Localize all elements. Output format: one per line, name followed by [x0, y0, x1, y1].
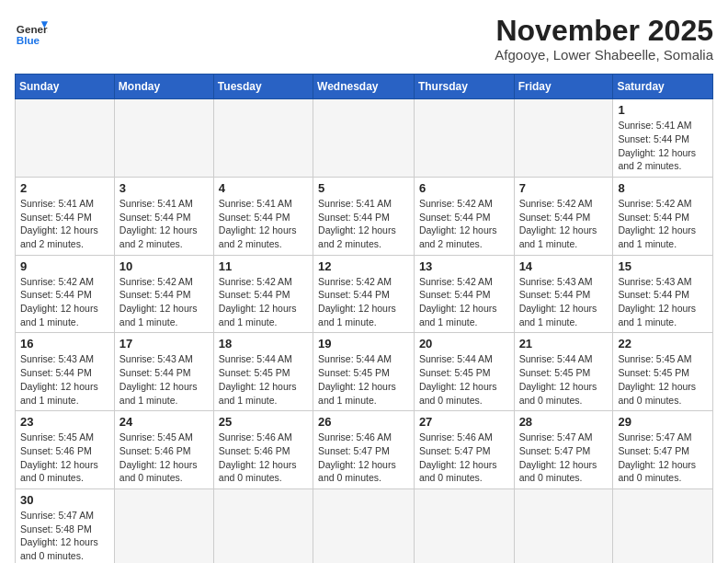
day-info: Sunrise: 5:44 AMSunset: 5:45 PMDaylight:… — [419, 352, 509, 407]
day-number: 13 — [419, 259, 509, 273]
calendar-table: SundayMondayTuesdayWednesdayThursdayFrid… — [15, 74, 713, 563]
calendar-day-cell — [213, 488, 313, 563]
calendar-day-cell — [313, 488, 415, 563]
calendar-day-cell — [613, 488, 713, 563]
calendar-day-cell: 22Sunrise: 5:45 AMSunset: 5:45 PMDayligh… — [613, 333, 713, 411]
day-number: 10 — [119, 259, 209, 273]
calendar-week-row: 30Sunrise: 5:47 AMSunset: 5:48 PMDayligh… — [16, 488, 713, 563]
calendar-day-cell: 30Sunrise: 5:47 AMSunset: 5:48 PMDayligh… — [16, 488, 115, 563]
calendar-day-cell: 24Sunrise: 5:45 AMSunset: 5:46 PMDayligh… — [114, 411, 213, 489]
day-number: 4 — [219, 181, 308, 195]
calendar-week-row: 16Sunrise: 5:43 AMSunset: 5:44 PMDayligh… — [16, 333, 713, 411]
day-info: Sunrise: 5:44 AMSunset: 5:45 PMDaylight:… — [318, 352, 409, 407]
weekday-header-tuesday: Tuesday — [213, 75, 313, 99]
calendar-day-cell: 3Sunrise: 5:41 AMSunset: 5:44 PMDaylight… — [114, 177, 213, 255]
page-header: General Blue November 2025 Afgooye, Lowe… — [15, 15, 713, 63]
day-number: 21 — [519, 337, 609, 350]
calendar-day-cell — [313, 99, 415, 178]
day-info: Sunrise: 5:46 AMSunset: 5:47 PMDaylight:… — [318, 431, 409, 485]
calendar-day-cell: 7Sunrise: 5:42 AMSunset: 5:44 PMDaylight… — [514, 177, 613, 255]
calendar-week-row: 9Sunrise: 5:42 AMSunset: 5:44 PMDaylight… — [16, 255, 713, 333]
day-info: Sunrise: 5:46 AMSunset: 5:47 PMDaylight:… — [419, 431, 509, 485]
day-number: 5 — [318, 181, 409, 195]
weekday-header-thursday: Thursday — [414, 75, 514, 99]
day-number: 24 — [119, 415, 209, 429]
calendar-day-cell: 6Sunrise: 5:42 AMSunset: 5:44 PMDaylight… — [414, 177, 514, 255]
weekday-header-wednesday: Wednesday — [313, 75, 415, 99]
calendar-day-cell: 8Sunrise: 5:42 AMSunset: 5:44 PMDaylight… — [613, 177, 713, 255]
weekday-header-monday: Monday — [114, 75, 213, 99]
day-number: 18 — [219, 337, 308, 350]
calendar-day-cell: 28Sunrise: 5:47 AMSunset: 5:47 PMDayligh… — [514, 411, 613, 489]
day-number: 27 — [419, 415, 509, 429]
day-info: Sunrise: 5:41 AMSunset: 5:44 PMDaylight:… — [20, 197, 109, 251]
day-info: Sunrise: 5:43 AMSunset: 5:44 PMDaylight:… — [119, 352, 209, 407]
day-info: Sunrise: 5:42 AMSunset: 5:44 PMDaylight:… — [219, 275, 308, 329]
day-number: 12 — [318, 259, 409, 273]
day-info: Sunrise: 5:42 AMSunset: 5:44 PMDaylight:… — [318, 275, 409, 329]
day-info: Sunrise: 5:46 AMSunset: 5:46 PMDaylight:… — [219, 431, 308, 485]
day-number: 7 — [519, 181, 609, 195]
calendar-day-cell: 5Sunrise: 5:41 AMSunset: 5:44 PMDaylight… — [313, 177, 415, 255]
calendar-day-cell: 25Sunrise: 5:46 AMSunset: 5:46 PMDayligh… — [213, 411, 313, 489]
day-info: Sunrise: 5:41 AMSunset: 5:44 PMDaylight:… — [219, 197, 308, 251]
month-title: November 2025 — [495, 15, 713, 47]
calendar-day-cell — [16, 99, 115, 178]
day-info: Sunrise: 5:42 AMSunset: 5:44 PMDaylight:… — [20, 275, 109, 329]
day-info: Sunrise: 5:42 AMSunset: 5:44 PMDaylight:… — [419, 197, 509, 251]
day-info: Sunrise: 5:45 AMSunset: 5:46 PMDaylight:… — [119, 431, 209, 485]
day-number: 28 — [519, 415, 609, 429]
day-number: 23 — [20, 415, 109, 429]
calendar-day-cell — [114, 488, 213, 563]
calendar-day-cell: 15Sunrise: 5:43 AMSunset: 5:44 PMDayligh… — [613, 255, 713, 333]
svg-text:Blue: Blue — [17, 34, 40, 46]
day-number: 1 — [618, 103, 708, 117]
day-number: 15 — [618, 259, 708, 273]
day-info: Sunrise: 5:44 AMSunset: 5:45 PMDaylight:… — [519, 352, 609, 407]
day-number: 14 — [519, 259, 609, 273]
calendar-day-cell — [414, 99, 514, 178]
calendar-day-cell: 17Sunrise: 5:43 AMSunset: 5:44 PMDayligh… — [114, 333, 213, 411]
weekday-header-row: SundayMondayTuesdayWednesdayThursdayFrid… — [16, 75, 713, 99]
weekday-header-sunday: Sunday — [16, 75, 115, 99]
day-info: Sunrise: 5:43 AMSunset: 5:44 PMDaylight:… — [519, 275, 609, 329]
day-info: Sunrise: 5:47 AMSunset: 5:47 PMDaylight:… — [519, 431, 609, 485]
calendar-day-cell — [114, 99, 213, 178]
day-number: 6 — [419, 181, 509, 195]
day-number: 11 — [219, 259, 308, 273]
title-section: November 2025 Afgooye, Lower Shabeelle, … — [495, 15, 713, 63]
day-info: Sunrise: 5:42 AMSunset: 5:44 PMDaylight:… — [519, 197, 609, 251]
calendar-week-row: 2Sunrise: 5:41 AMSunset: 5:44 PMDaylight… — [16, 177, 713, 255]
calendar-day-cell: 1Sunrise: 5:41 AMSunset: 5:44 PMDaylight… — [613, 99, 713, 178]
calendar-day-cell: 16Sunrise: 5:43 AMSunset: 5:44 PMDayligh… — [16, 333, 115, 411]
calendar-day-cell: 12Sunrise: 5:42 AMSunset: 5:44 PMDayligh… — [313, 255, 415, 333]
day-info: Sunrise: 5:42 AMSunset: 5:44 PMDaylight:… — [119, 275, 209, 329]
day-number: 8 — [618, 181, 708, 195]
calendar-day-cell: 29Sunrise: 5:47 AMSunset: 5:47 PMDayligh… — [613, 411, 713, 489]
day-number: 29 — [618, 415, 708, 429]
day-number: 17 — [119, 337, 209, 350]
day-number: 3 — [119, 181, 209, 195]
calendar-day-cell: 19Sunrise: 5:44 AMSunset: 5:45 PMDayligh… — [313, 333, 415, 411]
calendar-day-cell: 20Sunrise: 5:44 AMSunset: 5:45 PMDayligh… — [414, 333, 514, 411]
calendar-day-cell: 18Sunrise: 5:44 AMSunset: 5:45 PMDayligh… — [213, 333, 313, 411]
day-number: 25 — [219, 415, 308, 429]
calendar-week-row: 23Sunrise: 5:45 AMSunset: 5:46 PMDayligh… — [16, 411, 713, 489]
calendar-day-cell: 9Sunrise: 5:42 AMSunset: 5:44 PMDaylight… — [16, 255, 115, 333]
calendar-day-cell: 11Sunrise: 5:42 AMSunset: 5:44 PMDayligh… — [213, 255, 313, 333]
logo: General Blue — [15, 15, 48, 48]
day-info: Sunrise: 5:42 AMSunset: 5:44 PMDaylight:… — [419, 275, 509, 329]
calendar-day-cell — [514, 488, 613, 563]
day-info: Sunrise: 5:43 AMSunset: 5:44 PMDaylight:… — [618, 275, 708, 329]
day-number: 19 — [318, 337, 409, 350]
calendar-day-cell — [414, 488, 514, 563]
day-number: 20 — [419, 337, 509, 350]
calendar-day-cell: 10Sunrise: 5:42 AMSunset: 5:44 PMDayligh… — [114, 255, 213, 333]
day-info: Sunrise: 5:45 AMSunset: 5:46 PMDaylight:… — [20, 431, 109, 485]
calendar-day-cell: 23Sunrise: 5:45 AMSunset: 5:46 PMDayligh… — [16, 411, 115, 489]
day-number: 9 — [20, 259, 109, 273]
day-number: 2 — [20, 181, 109, 195]
day-info: Sunrise: 5:45 AMSunset: 5:45 PMDaylight:… — [618, 352, 708, 407]
day-info: Sunrise: 5:43 AMSunset: 5:44 PMDaylight:… — [20, 352, 109, 407]
calendar-day-cell: 21Sunrise: 5:44 AMSunset: 5:45 PMDayligh… — [514, 333, 613, 411]
